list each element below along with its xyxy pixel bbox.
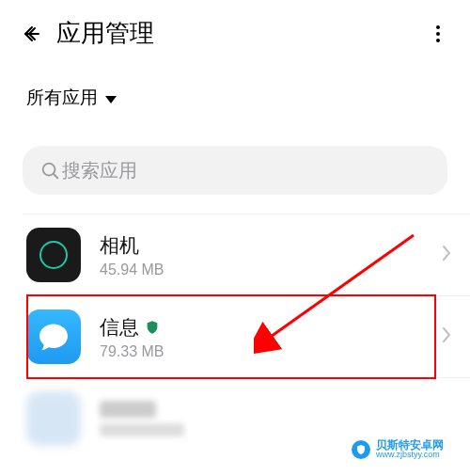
watermark-text: 贝斯特安卓网 www.zjbstyy.com [376,439,444,459]
more-button[interactable] [425,21,451,47]
svg-point-6 [43,164,55,176]
app-size: 79.33 MB [100,343,442,360]
search-icon [39,160,60,181]
svg-marker-5 [105,96,117,103]
filter-label: 所有应用 [26,86,98,110]
page-title: 应用管理 [56,17,425,50]
chevron-right-icon [442,245,451,265]
shield-icon [145,320,160,335]
app-row-messages[interactable]: 信息 79.33 MB [0,296,470,377]
arrow-left-icon [21,23,43,45]
app-name: 信息 [100,314,442,341]
app-meta: 信息 79.33 MB [100,314,442,360]
filter-dropdown[interactable]: 所有应用 [0,57,470,127]
app-size: 45.94 MB [100,262,442,278]
more-vertical-icon [427,23,449,45]
svg-point-4 [436,39,440,42]
watermark-logo-icon [352,440,370,459]
camera-app-icon [26,228,81,282]
header: 应用管理 [0,0,470,57]
app-meta [100,401,451,436]
svg-line-7 [54,174,57,178]
caret-down-icon [105,87,117,108]
messages-app-icon [26,309,81,364]
app-row-camera[interactable]: 相机 45.94 MB [0,214,470,295]
app-meta: 相机 45.94 MB [100,232,442,278]
app-name: 相机 [100,232,442,259]
chevron-right-icon [442,326,451,347]
search-bar[interactable] [23,146,447,195]
svg-point-3 [436,32,440,36]
svg-point-2 [436,25,440,29]
app-size-blurred [100,423,184,436]
app-name-blurred [100,401,156,418]
blurred-app-icon [26,391,81,446]
back-button[interactable] [19,21,45,47]
search-input[interactable] [60,159,431,182]
watermark: 贝斯特安卓网 www.zjbstyy.com [352,439,444,459]
